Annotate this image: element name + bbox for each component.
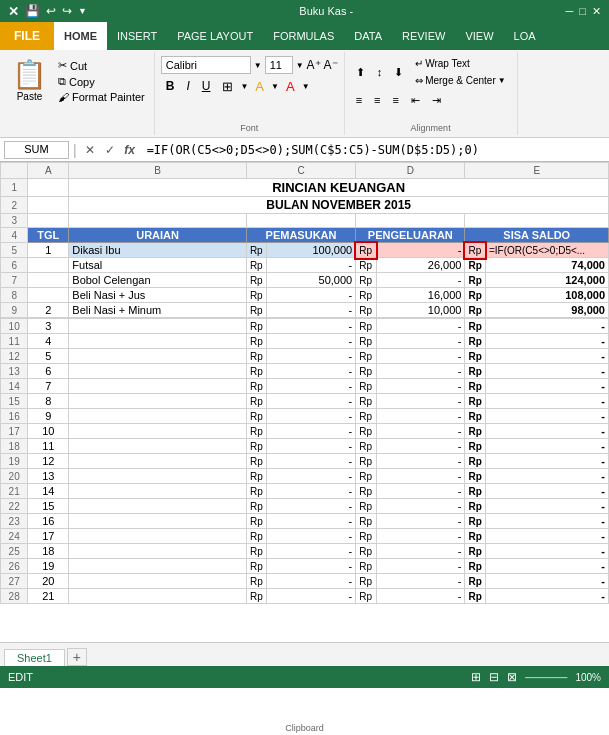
cut-button[interactable]: ✂ Cut [55, 58, 148, 73]
cell-b5[interactable]: Dikasi Ibu [69, 243, 247, 258]
tab-file[interactable]: FILE [0, 22, 54, 50]
cell-a6[interactable] [28, 258, 69, 273]
cell-c5-val[interactable]: 100,000 [267, 243, 356, 258]
cell-d6-val[interactable]: 26,000 [376, 258, 465, 273]
sheet-tab-sheet1[interactable]: Sheet1 [4, 649, 65, 666]
underline-button[interactable]: U [197, 77, 216, 95]
cell-c28-val[interactable]: - [267, 589, 356, 604]
cell-d20-val[interactable]: - [376, 469, 465, 484]
cell-d11-val[interactable]: - [376, 334, 465, 349]
cell-e20-rp[interactable]: Rp [465, 469, 485, 484]
close-icon[interactable]: ✕ [592, 5, 601, 18]
tab-home[interactable]: HOME [54, 22, 107, 50]
fill-color-button[interactable]: A [250, 77, 269, 95]
page-break-icon[interactable]: ⊠ [507, 670, 517, 684]
cell-b7[interactable]: Bobol Celengan [69, 273, 247, 288]
cell-e26-val[interactable]: - [485, 559, 608, 574]
cell-a4[interactable]: TGL [28, 228, 69, 243]
cell-c17-val[interactable]: - [267, 424, 356, 439]
cell-a18[interactable]: 11 [28, 439, 69, 454]
tab-insert[interactable]: INSERT [107, 22, 167, 50]
increase-indent-button[interactable]: ⇥ [427, 91, 446, 109]
align-bottom-button[interactable]: ⬇ [389, 63, 408, 81]
cell-c4[interactable]: PEMASUKAN [246, 228, 355, 243]
cell-e20-val[interactable]: - [485, 469, 608, 484]
maximize-icon[interactable]: □ [579, 5, 586, 18]
cell-c13-rp[interactable]: Rp [246, 364, 266, 379]
cell-c23-val[interactable]: - [267, 514, 356, 529]
cell-c5-rp[interactable]: Rp [246, 243, 266, 258]
align-center-button[interactable]: ≡ [369, 91, 385, 109]
cell-c15-val[interactable]: - [267, 394, 356, 409]
cell-c3[interactable] [246, 214, 355, 228]
cell-a24[interactable]: 17 [28, 529, 69, 544]
cell-b21[interactable] [69, 484, 247, 499]
cell-d21-val[interactable]: - [376, 484, 465, 499]
col-header-d1[interactable]: D [356, 163, 465, 179]
cell-d10-rp[interactable]: Rp [356, 319, 376, 334]
cell-d25-rp[interactable]: Rp [356, 544, 376, 559]
cell-c26-rp[interactable]: Rp [246, 559, 266, 574]
cell-a27[interactable]: 20 [28, 574, 69, 589]
fill-color-arrow[interactable]: ▼ [271, 82, 279, 91]
cell-d15-rp[interactable]: Rp [356, 394, 376, 409]
cell-d23-val[interactable]: - [376, 514, 465, 529]
cell-e15-rp[interactable]: Rp [465, 394, 485, 409]
tab-review[interactable]: REVIEW [392, 22, 455, 50]
cell-a15[interactable]: 8 [28, 394, 69, 409]
cell-b26[interactable] [69, 559, 247, 574]
cell-d12-rp[interactable]: Rp [356, 349, 376, 364]
cell-b16[interactable] [69, 409, 247, 424]
cell-d28-rp[interactable]: Rp [356, 589, 376, 604]
cell-b17[interactable] [69, 424, 247, 439]
cell-e28-rp[interactable]: Rp [465, 589, 485, 604]
cell-d17-rp[interactable]: Rp [356, 424, 376, 439]
insert-function-button[interactable]: fx [121, 141, 139, 159]
cell-d19-val[interactable]: - [376, 454, 465, 469]
cell-c14-rp[interactable]: Rp [246, 379, 266, 394]
cell-b20[interactable] [69, 469, 247, 484]
cell-d18-rp[interactable]: Rp [356, 439, 376, 454]
cell-c8-val[interactable]: - [267, 288, 356, 303]
cell-b3[interactable] [69, 214, 247, 228]
cell-c15-rp[interactable]: Rp [246, 394, 266, 409]
decrease-indent-button[interactable]: ⇤ [406, 91, 425, 109]
copy-button[interactable]: ⧉ Copy [55, 74, 148, 89]
cell-e11-val[interactable]: - [485, 334, 608, 349]
cell-c18-val[interactable]: - [267, 439, 356, 454]
col-header-b[interactable]: B [69, 163, 247, 179]
font-color-arrow[interactable]: ▼ [302, 82, 310, 91]
cell-a12[interactable]: 5 [28, 349, 69, 364]
cell-c9-rp[interactable]: Rp [246, 303, 266, 318]
cell-b10[interactable] [69, 319, 247, 334]
cell-c10-val[interactable]: - [267, 319, 356, 334]
cell-d19-rp[interactable]: Rp [356, 454, 376, 469]
decrease-font-icon[interactable]: A⁻ [324, 58, 338, 72]
cell-e12-val[interactable]: - [485, 349, 608, 364]
cell-a11[interactable]: 4 [28, 334, 69, 349]
cell-c16-rp[interactable]: Rp [246, 409, 266, 424]
cell-b9[interactable]: Beli Nasi + Minum [69, 303, 247, 318]
cell-c23-rp[interactable]: Rp [246, 514, 266, 529]
page-layout-icon[interactable]: ⊟ [489, 670, 499, 684]
cell-d18-val[interactable]: - [376, 439, 465, 454]
cell-c12-rp[interactable]: Rp [246, 349, 266, 364]
cell-e7-val[interactable]: 124,000 [485, 273, 608, 288]
cell-d8-val[interactable]: 16,000 [376, 288, 465, 303]
merge-arrow[interactable]: ▼ [498, 76, 506, 85]
cell-e25-rp[interactable]: Rp [465, 544, 485, 559]
cell-b24[interactable] [69, 529, 247, 544]
cell-d26-rp[interactable]: Rp [356, 559, 376, 574]
name-box[interactable]: SUM [4, 141, 69, 159]
align-left-button[interactable]: ≡ [351, 91, 367, 109]
cell-d11-rp[interactable]: Rp [356, 334, 376, 349]
cell-d20-rp[interactable]: Rp [356, 469, 376, 484]
cell-c12-val[interactable]: - [267, 349, 356, 364]
cell-e3[interactable] [465, 214, 609, 228]
tab-loa[interactable]: LOA [504, 22, 546, 50]
font-name-input[interactable]: Calibri [161, 56, 251, 74]
cell-c22-rp[interactable]: Rp [246, 499, 266, 514]
cell-e12-rp[interactable]: Rp [465, 349, 485, 364]
cell-a23[interactable]: 16 [28, 514, 69, 529]
cell-e27-val[interactable]: - [485, 574, 608, 589]
